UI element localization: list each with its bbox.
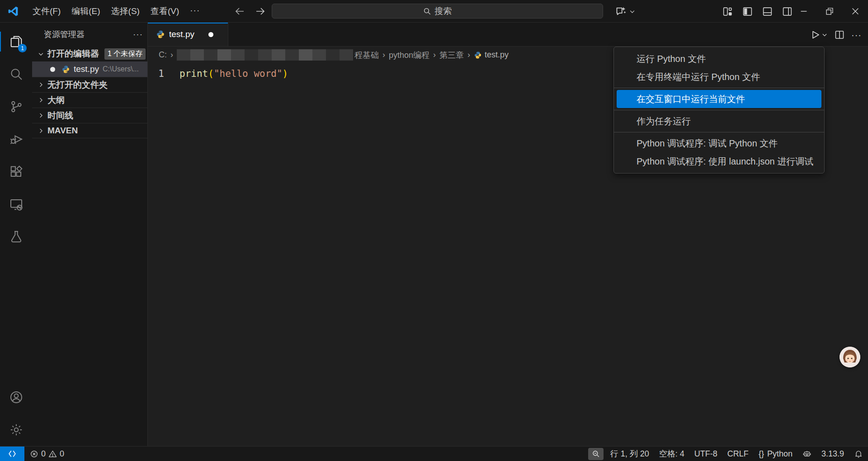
source-control-icon[interactable] [0,90,32,123]
minimize-button[interactable] [791,0,816,23]
code-token-bracket: ) [283,68,288,79]
unsaved-count-badge: 1 个未保存 [104,48,146,60]
menu-separator [614,110,824,110]
code-token-function: print [179,68,208,79]
split-editor-icon[interactable] [834,29,845,40]
braces-icon: {} [759,449,764,459]
menu-item-run-as-task[interactable]: 作为任务运行 [617,112,821,130]
remote-indicator[interactable] [0,447,24,461]
open-file-name: test.py [74,64,99,74]
code-token-bracket: ( [208,68,214,79]
menu-item-run-in-dedicated-terminal[interactable]: 在专用终端中运行 Python 文件 [617,68,821,86]
section-label: MAVEN [47,126,78,136]
open-editors-section[interactable]: 打开的编辑器 1 个未保存 [32,46,147,61]
run-options-dropdown-menu: 运行 Python 文件 在专用终端中运行 Python 文件 在交互窗口中运行… [613,47,825,174]
breadcrumb-folder[interactable]: 第三章 [439,50,464,61]
testing-icon[interactable] [0,221,32,253]
section-label: 时间线 [47,110,73,122]
menu-selection[interactable]: 选择(S) [106,3,145,20]
language-indicator[interactable]: {}Python [754,447,797,461]
cursor-position-indicator[interactable]: 行 1, 列 20 [605,447,654,461]
settings-gear-icon[interactable] [0,414,32,446]
toggle-panel-button[interactable] [760,4,775,19]
problems-indicator[interactable]: 0 0 [24,447,70,461]
open-editors-label: 打开的编辑器 [47,48,99,60]
section-no-folder-opened[interactable]: 无打开的文件夹 [32,77,147,92]
modified-dot-icon[interactable] [50,67,55,72]
indentation-indicator[interactable]: 空格: 4 [654,447,689,461]
accounts-icon[interactable] [0,381,32,414]
copilot-icon[interactable] [615,5,627,18]
vscode-logo-icon [7,5,19,17]
menu-separator [614,88,824,88]
menu-item-debug-with-launchjson[interactable]: Python 调试程序: 使用 launch.json 进行调试 [617,152,821,170]
tab-testpy[interactable]: test.py [148,23,228,46]
chevron-right-icon [36,97,46,103]
breadcrumb-drive[interactable]: C: [159,50,167,60]
menu-item-debug-python-file[interactable]: Python 调试程序: 调试 Python 文件 [617,134,821,152]
tab-modified-dot-icon[interactable] [208,32,213,37]
section-maven[interactable]: MAVEN [32,123,147,138]
section-timeline[interactable]: 时间线 [32,108,147,123]
line-number: 1 [148,68,179,79]
python-file-icon [61,65,70,74]
customize-layout-button[interactable] [720,4,735,19]
sidebar-title: 资源管理器 [44,29,133,40]
menu-more[interactable]: ··· [184,3,205,20]
explorer-icon[interactable]: 1 [0,25,32,58]
desktop-pet-avatar[interactable] [840,347,860,367]
extensions-icon[interactable] [0,155,32,188]
open-editor-item-testpy[interactable]: test.py C:\Users\... [32,61,147,77]
menu-bar: 文件(F) 编辑(E) 选择(S) 查看(V) ··· [27,3,205,20]
status-bar: 0 0 行 1, 列 20 空格: 4 UTF-8 CRLF {}Python … [0,446,868,461]
chevron-right-icon: › [433,50,436,60]
python-version-indicator[interactable]: 3.13.9 [816,447,849,461]
menu-separator [614,132,824,132]
encoding-indicator[interactable]: UTF-8 [689,447,722,461]
chevron-right-icon [36,81,46,88]
menu-item-run-in-interactive-window[interactable]: 在交互窗口中运行当前文件 [617,90,821,108]
run-python-file-button[interactable] [810,29,828,40]
error-count: 0 [41,449,46,459]
python-env-robot-icon[interactable] [797,447,816,461]
tab-bar: test.py ··· [148,23,868,47]
breadcrumb-folder[interactable]: 程基础 [354,50,379,61]
redacted-breadcrumb-segment [177,49,353,61]
zoom-indicator[interactable] [588,448,604,460]
code-token-string: "hello word" [214,68,283,79]
menu-item-run-python-file[interactable]: 运行 Python 文件 [617,50,821,68]
chevron-right-icon: › [467,50,471,60]
chevron-right-icon: › [382,50,386,60]
explorer-badge: 1 [18,44,27,52]
menu-edit[interactable]: 编辑(E) [66,3,105,20]
toggle-primary-sidebar-button[interactable] [740,4,755,19]
section-outline[interactable]: 大纲 [32,92,147,108]
go-back-icon[interactable] [234,6,245,17]
chevron-right-icon [36,112,46,119]
breadcrumb-file[interactable]: test.py [474,50,509,60]
titlebar: 文件(F) 编辑(E) 选择(S) 查看(V) ··· 搜索 [0,0,868,23]
search-input[interactable]: 搜索 [272,4,603,19]
restore-button[interactable] [816,0,842,23]
breadcrumb-folder[interactable]: python编程 [389,50,429,61]
run-and-debug-icon[interactable] [0,123,32,155]
eol-indicator[interactable]: CRLF [722,447,754,461]
section-label: 无打开的文件夹 [47,79,108,91]
go-forward-icon[interactable] [255,6,266,17]
close-window-button[interactable] [842,0,868,23]
menu-file[interactable]: 文件(F) [27,3,66,20]
notifications-bell-icon[interactable] [849,447,868,461]
open-file-path: C:\Users\... [103,65,139,73]
remote-explorer-icon[interactable] [0,188,32,221]
sidebar-more-actions-icon[interactable]: ··· [133,29,143,39]
tab-label: test.py [169,29,194,39]
warning-count: 0 [60,449,64,459]
search-placeholder: 搜索 [435,5,452,17]
copilot-dropdown-chevron-icon[interactable] [629,8,636,15]
search-view-icon[interactable] [0,58,32,90]
chevron-right-icon [36,127,46,134]
editor-more-actions-icon[interactable]: ··· [851,30,862,40]
menu-view[interactable]: 查看(V) [145,3,184,20]
activity-bar: 1 [0,23,32,446]
chevron-right-icon: › [170,50,174,60]
